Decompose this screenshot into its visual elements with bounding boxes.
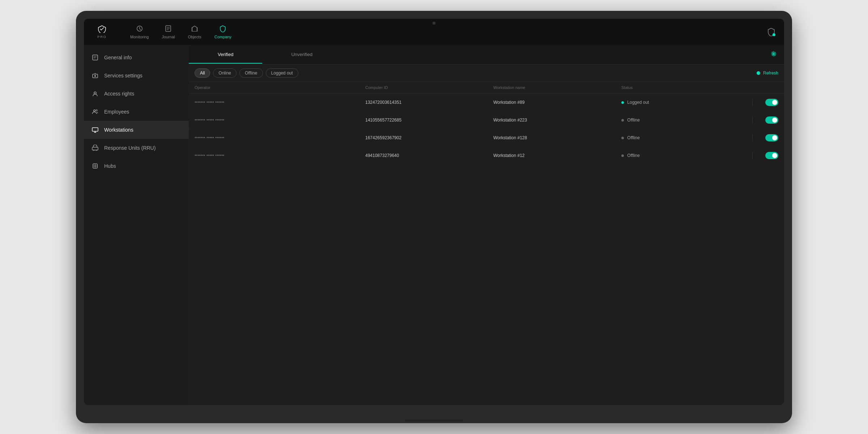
sidebar-item-services-settings[interactable]: Services settings — [84, 67, 189, 85]
table-header: Operator Computer ID Workstation name St… — [189, 82, 784, 94]
row-actions-2 — [749, 116, 778, 124]
main-layout: General info Services settings — [84, 45, 784, 405]
nav-item-objects[interactable]: Objects — [181, 22, 208, 42]
col-header-status: Status — [621, 85, 749, 90]
svg-rect-13 — [92, 128, 98, 131]
sidebar-label-workstations: Workstations — [104, 127, 133, 133]
operator-name-4: ••••••• ••••• •••••• — [195, 153, 365, 158]
workstation-name-1: Workstation #89 — [493, 100, 621, 105]
nav-label-objects: Objects — [188, 35, 201, 39]
nav-item-journal[interactable]: Journal — [155, 22, 181, 42]
col-header-operator: Operator — [195, 85, 365, 90]
workstations-icon — [91, 126, 99, 134]
sidebar-label-response-units: Response Units (RRU) — [104, 145, 156, 151]
svg-rect-16 — [92, 147, 98, 150]
table-row: ••••••• ••••• •••••• 49410873279640 Work… — [189, 147, 784, 165]
operator-name-1: ••••••• ••••• •••••• — [195, 100, 365, 105]
screen-bezel: PRO Monitoring — [84, 19, 784, 405]
filter-offline[interactable]: Offline — [239, 68, 263, 78]
filter-all[interactable]: All — [195, 68, 210, 78]
camera-dot — [433, 22, 435, 25]
toggle-3[interactable] — [765, 134, 778, 141]
svg-point-10 — [94, 92, 96, 94]
table-row: ••••••• ••••• •••••• 132472003614351 Wor… — [189, 94, 784, 111]
nav-item-monitoring[interactable]: Monitoring — [124, 22, 155, 42]
response-units-icon — [91, 144, 99, 152]
logo-icon — [97, 25, 107, 34]
status-dot-2 — [621, 119, 624, 122]
toggle-2[interactable] — [765, 116, 778, 124]
nav-item-company[interactable]: Company — [208, 22, 238, 42]
svg-point-11 — [94, 110, 95, 112]
table-row: ••••••• ••••• •••••• 141055657722685 Wor… — [189, 111, 784, 129]
employees-icon — [91, 108, 99, 116]
nav-label-company: Company — [214, 35, 231, 39]
sidebar-item-access-rights[interactable]: Access rights — [84, 85, 189, 103]
filter-logged-out[interactable]: Logged out — [266, 68, 298, 78]
table-row: ••••••• ••••• •••••• 167426592367902 Wor… — [189, 129, 784, 147]
sidebar-item-employees[interactable]: Employees — [84, 103, 189, 121]
status-dot-3 — [621, 137, 624, 139]
status-2: Offline — [621, 118, 749, 123]
svg-point-22 — [95, 166, 96, 167]
laptop-frame: PRO Monitoring — [76, 11, 792, 423]
operator-name-2: ••••••• ••••• •••••• — [195, 118, 365, 123]
row-actions-4 — [749, 152, 778, 159]
access-rights-icon — [91, 90, 99, 98]
nav-label-monitoring: Monitoring — [130, 35, 149, 39]
computer-id-2: 141055657722685 — [365, 118, 493, 123]
workstation-name-2: Workstation #223 — [493, 118, 621, 123]
content-area: Verified Unverified — [189, 45, 784, 405]
filter-bar: All Online Offline Logged out Refresh — [189, 65, 784, 82]
col-header-computer-id: Computer ID — [365, 85, 493, 90]
sidebar-item-response-units[interactable]: Response Units (RRU) — [84, 139, 189, 157]
sidebar-label-access-rights: Access rights — [104, 91, 134, 97]
tab-unverified[interactable]: Unverified — [262, 46, 341, 64]
sidebar-label-hubs: Hubs — [104, 163, 116, 169]
computer-id-4: 49410873279640 — [365, 153, 493, 158]
operator-name-3: ••••••• ••••• •••••• — [195, 135, 365, 140]
workstation-name-4: Workstation #12 — [493, 153, 621, 158]
journal-icon — [165, 25, 172, 33]
table-wrapper: Operator Computer ID Workstation name St… — [189, 82, 784, 405]
svg-rect-4 — [93, 55, 98, 60]
trackpad-notch — [405, 420, 463, 422]
laptop-bottom — [84, 405, 784, 423]
toggle-1[interactable] — [765, 99, 778, 106]
hubs-icon — [91, 162, 99, 170]
sidebar-item-general-info[interactable]: General info — [84, 48, 189, 67]
status-3: Offline — [621, 135, 749, 140]
nav-label-journal: Journal — [162, 35, 175, 39]
row-actions-3 — [749, 134, 778, 141]
computer-id-3: 167426592367902 — [365, 135, 493, 140]
status-4: Offline — [621, 153, 749, 158]
filter-online[interactable]: Online — [213, 68, 237, 78]
status-dot-4 — [621, 154, 624, 157]
company-icon — [219, 25, 226, 33]
screen-content: PRO Monitoring — [84, 19, 784, 405]
toggle-4[interactable] — [765, 152, 778, 159]
sidebar-item-hubs[interactable]: Hubs — [84, 157, 189, 175]
col-header-action — [749, 85, 778, 90]
col-header-workstation: Workstation name — [493, 85, 621, 90]
svg-point-18 — [96, 150, 97, 151]
general-info-icon — [91, 54, 99, 61]
logo-area: PRO — [91, 25, 113, 39]
svg-point-17 — [93, 150, 94, 151]
services-settings-icon — [91, 72, 99, 80]
refresh-button[interactable]: Refresh — [756, 71, 778, 76]
svg-rect-9 — [94, 75, 96, 77]
refresh-label: Refresh — [763, 71, 778, 76]
row-actions-1 — [749, 99, 778, 106]
workstation-name-3: Workstation #128 — [493, 135, 621, 140]
status-1: Logged out — [621, 100, 749, 105]
computer-id-1: 132472003614351 — [365, 100, 493, 105]
logo-text: PRO — [97, 35, 107, 39]
sidebar-item-workstations[interactable]: Workstations — [84, 121, 189, 139]
content-tabs: Verified Unverified — [189, 45, 784, 65]
objects-icon — [191, 25, 198, 33]
settings-gear-icon[interactable] — [763, 45, 784, 64]
tab-verified[interactable]: Verified — [189, 46, 262, 64]
sidebar: General info Services settings — [84, 45, 189, 405]
monitoring-icon — [136, 25, 143, 33]
